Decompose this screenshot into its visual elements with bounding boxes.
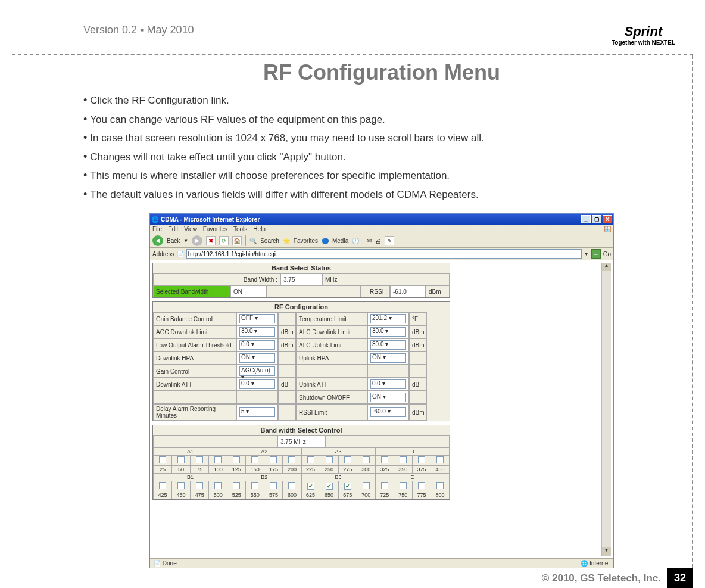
menu-view[interactable]: View bbox=[184, 226, 197, 232]
band-freq: 625 bbox=[301, 491, 320, 499]
back-dropdown-icon[interactable]: ▼ bbox=[183, 238, 188, 244]
rf-select[interactable]: 30.0 ▾ bbox=[367, 338, 409, 351]
band-check[interactable] bbox=[394, 456, 412, 466]
band-check[interactable] bbox=[172, 456, 191, 466]
rf-select[interactable]: ON ▾ bbox=[236, 351, 278, 365]
history-icon[interactable]: 🕘 bbox=[352, 238, 359, 244]
band-freq: 775 bbox=[412, 491, 431, 499]
search-label[interactable]: Search bbox=[260, 238, 279, 244]
band-check[interactable]: ✔ bbox=[338, 481, 357, 491]
go-label: Go bbox=[603, 251, 611, 257]
media-label[interactable]: Media bbox=[332, 238, 348, 244]
rf-select[interactable]: 0.0 ▾ bbox=[236, 338, 278, 351]
band-check[interactable] bbox=[264, 481, 283, 491]
band-freq: 375 bbox=[412, 466, 431, 474]
print-icon[interactable]: 🖨 bbox=[375, 238, 381, 244]
rf-select[interactable]: ON ▾ bbox=[367, 351, 409, 365]
band-freq: 75 bbox=[191, 466, 209, 474]
band-check[interactable] bbox=[172, 481, 191, 491]
edit-icon[interactable]: ✎ bbox=[385, 236, 394, 245]
band-check[interactable] bbox=[301, 456, 320, 466]
band-check[interactable] bbox=[412, 481, 431, 491]
menu-tools[interactable]: Tools bbox=[233, 226, 247, 232]
back-button[interactable]: ◄ bbox=[152, 235, 163, 246]
band-freq: 25 bbox=[154, 466, 172, 474]
mail-icon[interactable]: ✉ bbox=[367, 238, 372, 244]
close-button[interactable]: X bbox=[603, 215, 612, 223]
bw-control-value[interactable]: 3.75 MHz bbox=[277, 435, 325, 447]
band-check[interactable] bbox=[283, 481, 301, 491]
rf-select[interactable]: 30.0 ▾ bbox=[236, 325, 278, 338]
back-label[interactable]: Back bbox=[167, 238, 180, 244]
rf-unit bbox=[409, 391, 427, 404]
band-check[interactable]: ✔ bbox=[301, 481, 320, 491]
rssi-label: RSSI : bbox=[360, 285, 390, 297]
band-check[interactable] bbox=[338, 456, 357, 466]
band-check[interactable] bbox=[209, 456, 227, 466]
band-check[interactable] bbox=[431, 456, 449, 466]
band-check[interactable] bbox=[191, 481, 209, 491]
menu-help[interactable]: Help bbox=[253, 226, 266, 232]
band-check[interactable]: ✔ bbox=[320, 481, 338, 491]
addr-dropdown-icon[interactable]: ▼ bbox=[584, 251, 589, 257]
band-check[interactable] bbox=[209, 481, 227, 491]
bullet-item: In case that screen resolution is 1024 x… bbox=[83, 129, 680, 148]
band-check[interactable] bbox=[412, 456, 431, 466]
scrollbar[interactable]: ▲ ▼ bbox=[601, 263, 611, 556]
stop-icon[interactable]: ✖ bbox=[206, 236, 216, 245]
address-input[interactable] bbox=[186, 249, 582, 259]
rssi-unit: dBm bbox=[426, 285, 450, 297]
maximize-button[interactable]: ▢ bbox=[592, 215, 601, 223]
rf-select[interactable]: 30.0 ▾ bbox=[367, 325, 409, 338]
band-check[interactable] bbox=[357, 481, 375, 491]
band-check[interactable] bbox=[375, 456, 394, 466]
menu-edit[interactable]: Edit bbox=[168, 226, 178, 232]
rf-select[interactable]: ON ▾ bbox=[367, 391, 409, 404]
ie-titlebar[interactable]: 🌐 CDMA - Microsoft Internet Explorer _ ▢… bbox=[150, 214, 613, 225]
search-icon[interactable]: 🔍 bbox=[249, 238, 257, 244]
favorites-label[interactable]: Favorites bbox=[294, 238, 318, 244]
go-button[interactable]: → bbox=[591, 249, 601, 259]
band-check[interactable] bbox=[394, 481, 412, 491]
band-check[interactable] bbox=[246, 456, 264, 466]
band-check[interactable] bbox=[246, 481, 264, 491]
band-check[interactable] bbox=[227, 481, 246, 491]
rf-select[interactable]: AGC(Auto) ▾ bbox=[236, 365, 278, 378]
rf-select[interactable]: -60.0 ▾ bbox=[367, 404, 409, 421]
ie-menubar[interactable]: File Edit View Favorites Tools Help 🪟 bbox=[150, 225, 613, 234]
media-icon[interactable]: 🔵 bbox=[322, 238, 329, 244]
band-check[interactable] bbox=[375, 481, 394, 491]
band-check[interactable] bbox=[154, 456, 172, 466]
refresh-icon[interactable]: ⟳ bbox=[219, 236, 229, 245]
rf-select bbox=[236, 391, 278, 404]
band-width-unit: MHz bbox=[322, 273, 450, 285]
band-freq: 475 bbox=[191, 491, 209, 499]
rf-select[interactable]: 201.2 ▾ bbox=[367, 312, 409, 325]
favorites-icon[interactable]: ⭐ bbox=[283, 238, 290, 244]
band-check[interactable] bbox=[320, 456, 338, 466]
band-check[interactable] bbox=[357, 456, 375, 466]
bw-control-panel: Band width Select Control 3.75 MHz A1A2A… bbox=[152, 425, 450, 500]
band-check[interactable] bbox=[227, 456, 246, 466]
forward-button[interactable]: ► bbox=[192, 235, 202, 246]
rf-select[interactable]: 0.0 ▾ bbox=[236, 378, 278, 391]
band-check[interactable] bbox=[431, 481, 449, 491]
windows-flag-icon: 🪟 bbox=[604, 226, 611, 232]
rf-label: Downlink ATT bbox=[153, 378, 236, 391]
home-icon[interactable]: 🏠 bbox=[232, 236, 242, 245]
band-check[interactable] bbox=[264, 456, 283, 466]
band-check[interactable] bbox=[191, 456, 209, 466]
rf-select[interactable]: OFF ▾ bbox=[236, 312, 278, 325]
band-grid: A1A2A3D 25507510012515017520022525027530… bbox=[153, 447, 450, 499]
band-freq: 450 bbox=[172, 491, 191, 499]
band-check[interactable] bbox=[283, 456, 301, 466]
rf-unit bbox=[278, 365, 296, 378]
rf-select[interactable]: 5 ▾ bbox=[236, 404, 278, 421]
minimize-button[interactable]: _ bbox=[581, 215, 591, 223]
rf-select[interactable]: 0.0 ▾ bbox=[367, 378, 409, 391]
menu-favorites[interactable]: Favorites bbox=[203, 226, 227, 232]
menu-file[interactable]: File bbox=[152, 226, 162, 232]
band-check[interactable] bbox=[154, 481, 172, 491]
rf-label: Gain Balance Control bbox=[153, 312, 236, 325]
done-icon: 📄 bbox=[154, 560, 161, 567]
